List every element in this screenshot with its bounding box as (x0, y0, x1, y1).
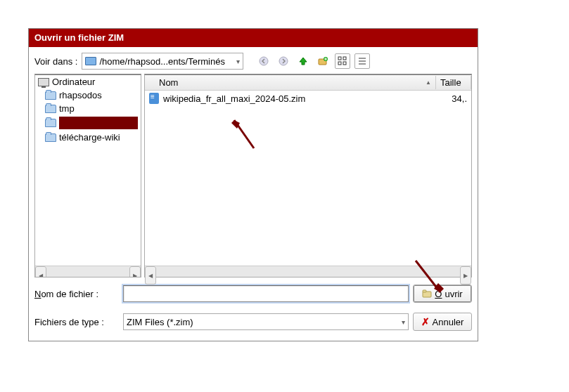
file-size: 34,. (439, 93, 467, 104)
place-label: tmp (59, 103, 75, 114)
folder-icon (422, 289, 432, 298)
place-label: rhapsodos (59, 90, 102, 100)
view-details-button[interactable] (354, 53, 370, 69)
svg-rect-7 (343, 62, 346, 65)
filetype-dropdown[interactable]: ZIM Files (*.zim) ▾ (123, 313, 409, 330)
filetype-label: Fichiers de type : (34, 317, 119, 327)
cancel-label: Annuler (433, 317, 464, 327)
filetype-text: ZIM Files (*.zim) (127, 317, 399, 327)
place-label: télécharge-wiki (59, 132, 120, 143)
svg-point-1 (279, 57, 288, 65)
column-size[interactable]: Taille (436, 76, 471, 89)
place-label: Ordinateur (52, 77, 95, 87)
scroll-left-icon[interactable]: ◀ (35, 266, 46, 277)
svg-rect-5 (343, 57, 346, 60)
close-icon: ✗ (421, 316, 430, 327)
open-label-u: O (435, 289, 442, 299)
path-text: /home/rhapsod...ents/Terminés (99, 56, 234, 67)
scroll-right-icon[interactable]: ▶ (460, 266, 471, 285)
place-tmp[interactable]: tmp (35, 102, 141, 115)
view-list-button[interactable] (335, 53, 350, 69)
places-panel: Ordinateur rhapsodos tmp télécharge-wiki (34, 74, 141, 277)
open-label-rest: uvrir (445, 289, 462, 299)
filename-input[interactable] (123, 285, 409, 302)
svg-rect-12 (423, 290, 426, 292)
scroll-right-icon[interactable]: ▶ (129, 266, 141, 277)
file-row[interactable]: wikipedia_fr_all_maxi_2024-05.zim 34,. (145, 91, 471, 106)
nav-forward-button[interactable] (276, 53, 291, 69)
look-in-label: Voir dans : (34, 56, 77, 67)
redacted-label (59, 117, 138, 129)
file-name: wikipedia_fr_all_maxi_2024-05.zim (163, 93, 435, 104)
file-list[interactable]: wikipedia_fr_all_maxi_2024-05.zim 34,. (145, 91, 471, 266)
column-headers: Nom ▲ Taille (145, 75, 471, 91)
new-folder-button[interactable] (315, 53, 331, 69)
title-bar: Ouvrir un fichier ZIM (29, 29, 478, 47)
folder-icon (45, 133, 56, 142)
svg-point-0 (260, 57, 268, 65)
chevron-down-icon: ▾ (236, 58, 240, 65)
place-computer[interactable]: Ordinateur (35, 75, 141, 89)
file-icon (149, 93, 159, 104)
place-rhapsodos[interactable]: rhapsodos (35, 89, 141, 102)
folder-icon (45, 105, 56, 113)
folder-icon (45, 119, 56, 127)
nav-up-button[interactable] (295, 53, 311, 69)
file-list-panel: Nom ▲ Taille wikipedia_fr_all_maxi_2024-… (144, 74, 472, 277)
file-open-dialog: Ouvrir un fichier ZIM Voir dans : /home/… (28, 28, 478, 341)
open-button[interactable]: Ouvrir (413, 285, 472, 303)
files-hscroll[interactable]: ◀ ▶ (145, 266, 471, 277)
place-telecharge[interactable]: télécharge-wiki (35, 131, 141, 144)
column-name[interactable]: Nom ▲ (145, 76, 436, 89)
sort-asc-icon: ▲ (426, 79, 431, 86)
chevron-down-icon: ▾ (402, 318, 405, 326)
svg-rect-6 (338, 62, 341, 65)
filename-label: Nom de fichier : (34, 289, 119, 299)
computer-icon (38, 78, 49, 86)
path-dropdown[interactable]: /home/rhapsod...ents/Terminés ▾ (82, 53, 243, 70)
places-hscroll[interactable]: ◀ ▶ (35, 266, 141, 277)
folder-open-icon (85, 57, 96, 65)
svg-rect-4 (338, 57, 341, 60)
window-title: Ouvrir un fichier ZIM (34, 32, 124, 43)
folder-icon (45, 91, 56, 100)
cancel-button[interactable]: ✗ Annuler (413, 313, 472, 331)
scroll-left-icon[interactable]: ◀ (145, 266, 156, 285)
place-redacted[interactable] (35, 115, 141, 131)
nav-back-button[interactable] (256, 53, 271, 69)
